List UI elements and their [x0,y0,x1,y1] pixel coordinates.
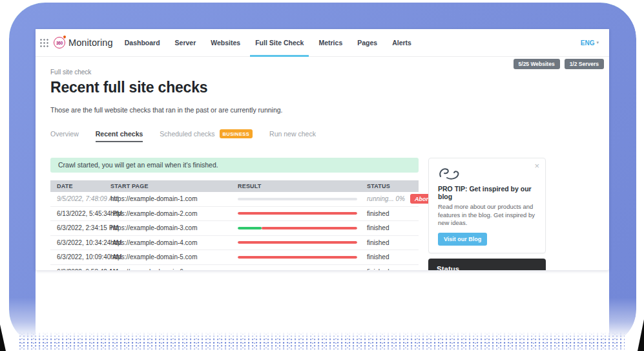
status-card-title: Status [437,265,537,270]
cell-status: finished [367,268,389,270]
cell-start-page: https://example-domain-1.com [104,195,231,202]
cell-start-page: https://example-domain-5.com [104,253,231,261]
cell-date: 6/13/2022, 5:45:34 PM [50,210,104,217]
pro-tip-body: Read more about our products and feature… [438,203,536,228]
col-header-status: STATUS [360,183,419,189]
websites-usage-badge: 5/25 Websites [514,59,560,69]
tab-scheduled-checks-label: Scheduled checks [160,130,214,138]
nav-item-dashboard[interactable]: Dashboard [122,29,163,56]
pro-tip-title: PRO TIP: Get inspired by our blog [438,185,536,200]
table-row: 6/3/2022, 2:34:15 PM https://example-dom… [50,221,419,236]
inspiration-doodle-icon [438,166,461,180]
col-header-date: DATE [50,183,104,189]
nav-item-server[interactable]: Server [172,29,199,56]
top-navbar: 360 Monitoring Dashboard Server Websites… [36,29,609,57]
cell-start-page: https://example-domain-6.com [104,268,231,270]
success-banner: Crawl started, you will get an email whe… [50,158,419,173]
page-description: Those are the full website checks that r… [50,106,609,114]
nav-item-websites[interactable]: Websites [208,29,243,56]
brand-logo-text: 360 [56,41,63,45]
nav-item-metrics[interactable]: Metrics [316,29,345,56]
status-card: Status SERVERS 0 open alert(s) 0 servers… [428,259,546,270]
checks-column: Crawl started, you will get an email whe… [50,158,419,270]
main-columns: Crawl started, you will get an email whe… [50,158,609,270]
chevron-down-icon: ▾ [596,40,599,45]
corner-artifact-left [0,324,6,351]
nav-item-alerts[interactable]: Alerts [390,29,414,56]
dissolve-speckles [19,332,625,350]
language-selector[interactable]: ENG ▾ [581,39,599,47]
col-header-start-page: START PAGE [104,183,231,189]
cell-start-page: https://example-domain-3.com [104,224,231,231]
result-progress-bar [238,212,357,215]
table-row: 6/3/2022, 10:34:24 AM https://example-do… [50,236,419,251]
cell-date: 6/3/2022, 2:34:15 PM [50,224,104,231]
tab-overview[interactable]: Overview [50,130,79,138]
page-title: Recent full site checks [50,79,609,96]
servers-usage-badge: 1/2 Servers [565,59,604,69]
cell-date: 9/5/2022, 7:48:09 AM [50,195,104,202]
nav-links: Dashboard Server Websites Full Site Chec… [122,29,414,56]
breadcrumb: Full site check [50,69,609,76]
sub-tabs: Overview Recent checks Scheduled checks … [50,129,609,138]
cell-status: running... 0% [367,195,405,202]
cell-status: finished [367,210,389,217]
col-header-result: RESULT [231,183,360,189]
tab-recent-checks[interactable]: Recent checks [96,130,143,142]
nav-item-pages[interactable]: Pages [355,29,380,56]
table-row: 6/13/2022, 5:45:34 PM https://example-do… [50,207,419,222]
cell-date: 6/3/2022, 9:58:42 AM [50,268,104,270]
table-header: DATE START PAGE RESULT STATUS [50,180,419,192]
flame-icon [63,35,67,39]
screenshot-canvas: 360 Monitoring Dashboard Server Websites… [0,0,644,351]
table-row: 6/3/2022, 10:09:40 AM https://example-do… [50,250,419,265]
app-launcher-icon[interactable] [39,38,48,47]
close-icon[interactable]: × [534,161,539,171]
brand-logo[interactable]: 360 [54,37,65,48]
result-progress-bar [238,227,357,229]
usage-badges: 5/25 Websites 1/2 Servers [514,59,604,69]
table-row: 9/5/2022, 7:48:09 AM https://example-dom… [50,192,419,207]
cell-start-page: https://example-domain-4.com [104,239,231,246]
business-badge: BUSINESS [220,129,253,138]
result-progress-bar [238,241,357,244]
cell-status: finished [367,239,389,246]
app-window: 360 Monitoring Dashboard Server Websites… [36,29,609,270]
page-content: Full site check Recent full site checks … [36,57,609,270]
tab-scheduled-checks[interactable]: Scheduled checks BUSINESS [160,129,253,138]
brand-name[interactable]: Monitoring [68,37,113,48]
cell-status: finished [367,224,389,231]
cell-status: finished [367,253,389,261]
table-row: 6/3/2022, 9:58:42 AM https://example-dom… [50,265,419,271]
corner-artifact-right [638,319,644,351]
result-progress-bar [238,198,357,200]
result-progress-bar [238,256,357,259]
visit-blog-button[interactable]: Visit our Blog [438,233,487,246]
tab-run-new-check[interactable]: Run new check [269,130,316,138]
cell-date: 6/3/2022, 10:09:40 AM [50,253,104,261]
cell-date: 6/3/2022, 10:34:24 AM [50,239,104,246]
cell-start-page: https://example-domain-2.com [104,210,231,217]
side-column: × PRO TIP: Get inspired by our blog Read… [428,158,546,270]
language-label: ENG [581,39,595,47]
pro-tip-card: × PRO TIP: Get inspired by our blog Read… [428,158,546,253]
nav-item-full-site-check[interactable]: Full Site Check [253,29,306,56]
